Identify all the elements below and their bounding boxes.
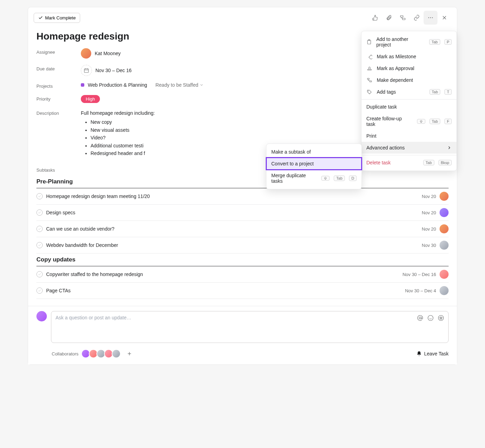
link-icon xyxy=(414,15,420,21)
subtask-title: Design specs xyxy=(46,210,418,215)
menu-add-to-project[interactable]: Add to another project Tab P xyxy=(361,33,457,51)
project-status-dropdown[interactable]: Ready to be Staffed xyxy=(155,82,204,88)
subtask-row[interactable]: Can we use an outside vendor? Nov 20 xyxy=(36,221,449,237)
chevron-right-icon xyxy=(447,145,452,150)
tag-icon xyxy=(366,89,373,95)
svg-rect-22 xyxy=(368,69,372,70)
menu-add-tags[interactable]: Add tags Tab T xyxy=(361,86,457,98)
menu-mark-milestone[interactable]: Mark as Milestone xyxy=(361,51,457,62)
shift-key-icon xyxy=(321,176,330,181)
collaborators-label: Collaborators xyxy=(52,351,78,356)
leave-task-button[interactable]: Leave Task xyxy=(416,351,449,356)
subtask-button[interactable] xyxy=(396,11,410,25)
complete-checkbox[interactable] xyxy=(36,271,43,277)
priority-label: Priority xyxy=(36,95,81,102)
comment-area: Ask a question or post an update… Collab… xyxy=(28,306,457,364)
emoji-icon[interactable] xyxy=(427,315,434,321)
menu-duplicate-task[interactable]: Duplicate task xyxy=(361,101,457,113)
attachment-button[interactable] xyxy=(382,11,396,25)
avatar xyxy=(112,349,121,358)
menu-delete-task[interactable]: Delete task Tab Bksp xyxy=(361,157,457,169)
complete-checkbox[interactable] xyxy=(36,242,43,248)
subtask-date: Nov 20 xyxy=(422,194,436,199)
svg-point-25 xyxy=(368,91,368,91)
like-button[interactable] xyxy=(368,11,382,25)
avatar xyxy=(440,224,449,233)
subtask-date: Nov 30 – Dec 4 xyxy=(405,288,436,293)
more-actions-menu: Add to another project Tab P Mark as Mil… xyxy=(361,31,457,171)
menu-follow-up[interactable]: Create follow-up task Tab F xyxy=(361,113,457,130)
subtask-title: Homepage redesign design team meeting 11… xyxy=(46,193,418,199)
subtask-section-header[interactable]: Copy updates xyxy=(36,253,449,266)
shift-key-icon xyxy=(417,119,425,124)
project-color-dot xyxy=(81,83,84,87)
subtask-title: Webdev bandwidth for December xyxy=(46,242,418,248)
subtask-row[interactable]: Homepage redesign design team meeting 11… xyxy=(36,188,449,205)
menu-advanced-actions[interactable]: Advanced actions xyxy=(361,142,457,154)
complete-checkbox[interactable] xyxy=(36,209,43,216)
more-actions-button[interactable] xyxy=(424,11,437,25)
assignee-label: Assignee xyxy=(36,48,81,55)
svg-marker-16 xyxy=(440,317,442,320)
subtask-section-header[interactable]: Pre-Planning xyxy=(36,175,449,188)
menu-make-dependent[interactable]: Make dependent xyxy=(361,74,457,86)
svg-point-12 xyxy=(428,316,433,321)
current-user-avatar xyxy=(36,311,47,321)
star-icon[interactable] xyxy=(438,315,444,321)
mark-complete-button[interactable]: Mark Complete xyxy=(34,13,80,23)
priority-pill[interactable]: High xyxy=(81,95,100,103)
due-date-label: Due date xyxy=(36,65,81,71)
comment-input[interactable]: Ask a question or post an update… xyxy=(51,311,449,343)
subtask-date: Nov 30 xyxy=(422,243,436,248)
complete-checkbox[interactable] xyxy=(36,193,43,199)
stamp-icon xyxy=(366,66,373,71)
svg-rect-0 xyxy=(400,16,403,17)
svg-rect-21 xyxy=(369,55,372,59)
subtask-row[interactable]: Copywriter staffed to the homepage redes… xyxy=(36,266,449,283)
chevron-down-icon xyxy=(199,83,204,87)
description-label: Description xyxy=(36,109,81,116)
assignee-name: Kat Mooney xyxy=(95,51,121,56)
subtask-date: Nov 30 – Dec 16 xyxy=(402,272,436,277)
mention-icon[interactable] xyxy=(417,315,423,321)
avatar xyxy=(440,208,449,217)
bell-icon xyxy=(416,351,422,356)
avatar xyxy=(440,270,449,279)
submenu-merge-duplicates[interactable]: Merge duplicate tasks Tab D xyxy=(266,170,361,187)
svg-rect-23 xyxy=(367,78,369,79)
dependency-icon xyxy=(366,77,373,83)
advanced-actions-submenu: Make a subtask of Convert to a project M… xyxy=(266,144,362,189)
svg-rect-1 xyxy=(402,18,405,20)
menu-mark-approval[interactable]: Mark as Approval xyxy=(361,62,457,74)
subtask-row[interactable]: Page CTAs Nov 30 – Dec 4 xyxy=(36,283,449,299)
due-date-text: Nov 30 – Dec 16 xyxy=(95,68,131,73)
subtask-date: Nov 20 xyxy=(422,226,436,232)
collaborator-avatars[interactable] xyxy=(83,349,121,358)
complete-checkbox[interactable] xyxy=(36,226,43,232)
more-horizontal-icon xyxy=(427,15,434,21)
copy-link-button[interactable] xyxy=(410,11,424,25)
svg-rect-7 xyxy=(84,69,88,72)
plus-icon xyxy=(127,351,132,356)
avatar xyxy=(81,48,91,59)
subtask-icon xyxy=(400,15,406,21)
subtask-title: Can we use an outside vendor? xyxy=(46,226,418,232)
close-button[interactable] xyxy=(437,11,451,25)
calendar-icon xyxy=(81,65,92,76)
submenu-convert-to-project[interactable]: Convert to a project xyxy=(266,158,361,170)
submenu-make-subtask[interactable]: Make a subtask of xyxy=(266,146,361,158)
add-collaborator-button[interactable] xyxy=(125,349,134,358)
menu-print[interactable]: Print xyxy=(361,130,457,142)
subtask-date: Nov 20 xyxy=(422,210,436,215)
diamond-icon xyxy=(366,54,373,59)
thumbs-up-icon xyxy=(372,15,378,21)
subtask-row[interactable]: Webdev bandwidth for December Nov 30 xyxy=(36,237,449,253)
avatar xyxy=(440,192,449,201)
paperclip-icon xyxy=(386,15,392,21)
clipboard-icon xyxy=(366,39,372,45)
svg-point-3 xyxy=(430,17,431,18)
subtask-row[interactable]: Design specs Nov 20 xyxy=(36,205,449,221)
project-name[interactable]: Web Production & Planning xyxy=(88,82,147,88)
mark-complete-label: Mark Complete xyxy=(45,15,76,20)
complete-checkbox[interactable] xyxy=(36,287,43,294)
